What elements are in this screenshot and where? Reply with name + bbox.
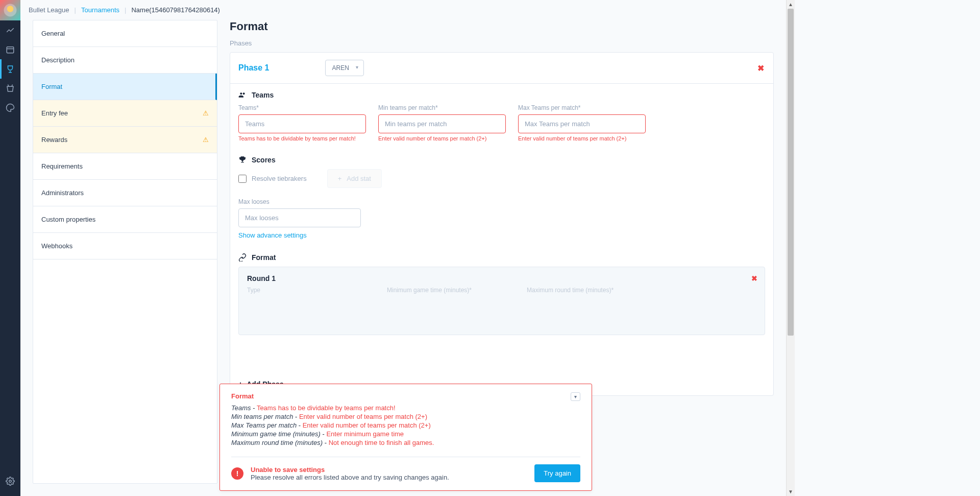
sidebar-item-entry-fee[interactable]: Entry fee⚠ [33,100,217,127]
round-max-round-label: Maximum round time (minutes)* [527,287,654,294]
error-msg: Teams has to be dividable by teams per m… [257,404,396,412]
sidebar-item-general[interactable]: General [33,20,217,47]
delete-phase-button[interactable]: ✖ [757,63,764,73]
nav-settings[interactable] [0,471,20,491]
plus-icon: + [338,175,342,182]
sidebar-item-requirements[interactable]: Requirements [33,153,217,180]
teams-error: Teams has to be dividable by teams per m… [238,135,366,141]
sidebar-item-format[interactable]: Format [33,74,217,100]
add-stat-button[interactable]: +Add stat [327,169,382,188]
breadcrumb-current: Name(154607981764280614) [131,6,219,14]
error-field: Min teams per match [231,413,293,420]
sidebar-item-label: Webhooks [41,242,72,250]
phase-type-value: AREN [332,64,349,72]
max-looses-label: Max looses [238,198,361,205]
sidebar-item-label: Requirements [41,162,83,170]
unable-to-save-title: Unable to save settings [251,466,449,474]
error-panel-title: Format [231,392,254,400]
error-panel: Format ▾ Teams - Teams has to be dividab… [219,384,592,491]
delete-round-button[interactable]: ✖ [751,274,757,282]
round-type-label: Type [247,287,375,294]
error-field: Minimum game time (minutes) [231,430,321,438]
round-card: Round 1 ✖ Type Minimum game time (minute… [238,267,765,335]
sidebar-item-label: Description [41,56,75,64]
trophy-icon [238,156,247,164]
min-teams-label: Min teams per match* [378,104,506,111]
left-nav-rail [0,0,20,496]
round-min-game-label: Minimum game time (minutes)* [387,287,514,294]
sidebar-item-webhooks[interactable]: Webhooks [33,233,217,259]
phase-type-select[interactable]: AREN [325,60,363,76]
warning-icon: ⚠ [203,136,209,144]
svg-point-1 [7,6,14,12]
min-teams-error: Enter valid number of teams per match (2… [378,135,506,141]
section-sidebar: General Description Format Entry fee⚠ Re… [33,20,217,484]
breadcrumb-separator: | [75,6,76,14]
breadcrumb-separator: | [125,6,126,14]
error-panel-collapse[interactable]: ▾ [571,392,580,401]
nav-tournaments[interactable] [0,59,20,79]
min-teams-input[interactable] [378,114,506,133]
phases-label: Phases [230,39,774,47]
users-icon [238,91,247,99]
teams-input[interactable] [238,114,366,133]
section-label: Scores [252,156,276,164]
sidebar-item-description[interactable]: Description [33,47,217,74]
add-stat-label: Add stat [347,175,371,182]
sidebar-item-label: Custom properties [41,216,95,223]
link-icon [238,253,247,262]
scroll-down-arrow[interactable]: ▼ [787,487,795,496]
show-advanced-link[interactable]: Show advance settings [238,231,307,239]
section-label: Format [252,253,276,262]
sidebar-item-label: Format [41,83,62,90]
max-teams-input[interactable] [518,114,646,133]
error-msg: Enter valid number of teams per match (2… [299,413,427,420]
warning-icon: ⚠ [203,109,209,117]
error-msg: Enter valid number of teams per match (2… [303,421,431,429]
breadcrumb-game[interactable]: Bullet League [29,6,69,14]
app-logo [0,0,20,20]
teams-section-title: Teams [238,91,765,99]
sidebar-item-custom-properties[interactable]: Custom properties [33,206,217,233]
unable-to-save-desc: Please resolve all errors listed above a… [251,474,449,481]
max-teams-label: Max Teams per match* [518,104,646,111]
max-looses-input[interactable] [238,208,361,227]
scroll-up-arrow[interactable]: ▲ [787,0,795,9]
max-teams-error: Enter valid number of teams per match (2… [518,135,646,141]
round-title: Round 1 [247,274,756,282]
error-field: Teams [231,404,251,412]
nav-shop[interactable] [0,79,20,98]
breadcrumb-tournaments-link[interactable]: Tournaments [81,6,119,14]
error-field: Max Teams per match [231,421,297,429]
sidebar-item-label: Rewards [41,136,67,144]
teams-label: Teams* [238,104,366,111]
page-title: Format [230,20,774,33]
error-msg: Not enough time to finish all games. [329,439,434,446]
format-section-title: Format [238,253,765,262]
sidebar-item-administrators[interactable]: Administrators [33,180,217,206]
svg-point-4 [9,480,12,483]
nav-analytics[interactable] [0,20,20,40]
section-label: Teams [252,91,274,99]
breadcrumb: Bullet League | Tournaments | Name(15460… [20,0,786,20]
try-again-button[interactable]: Try again [534,464,580,482]
error-icon: ! [231,467,243,480]
scores-section-title: Scores [238,156,765,164]
sidebar-item-label: Administrators [41,189,84,197]
nav-calendar[interactable] [0,40,20,59]
error-msg: Enter minimum game time [326,430,404,438]
sidebar-item-rewards[interactable]: Rewards⚠ [33,127,217,153]
error-field: Maximum round time (minutes) [231,439,323,446]
resolve-tiebreakers-checkbox[interactable] [238,175,247,183]
phase-card: Phase 1 AREN ✖ Teams Teams* [230,52,774,396]
sidebar-item-label: Entry fee [41,109,68,117]
nav-themes[interactable] [0,98,20,117]
vertical-scrollbar[interactable]: ▲ ▼ [786,0,795,496]
phase-title: Phase 1 [238,63,269,73]
scroll-thumb[interactable] [788,9,794,336]
svg-rect-2 [7,47,14,53]
sidebar-item-label: General [41,30,65,37]
resolve-tiebreakers-label: Resolve tiebrakers [252,175,307,182]
